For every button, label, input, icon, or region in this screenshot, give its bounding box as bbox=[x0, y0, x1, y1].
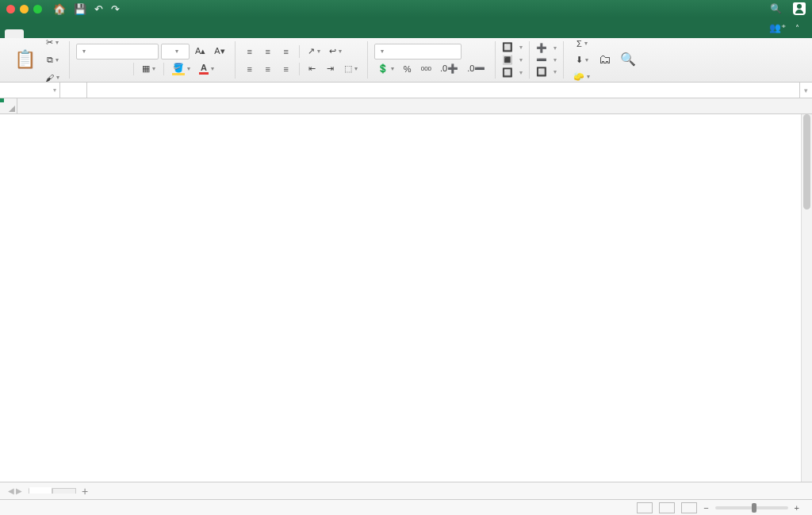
view-normal-button[interactable] bbox=[637, 502, 653, 513]
minimize-window-button[interactable] bbox=[20, 5, 29, 13]
tab-insert[interactable] bbox=[24, 30, 43, 38]
titlebar: 🏠 💾 ↶ ↷ 🔍 bbox=[0, 0, 812, 17]
sort-filter-button[interactable]: 🗂 bbox=[596, 50, 615, 71]
insert-cells-button[interactable]: ➕▾ bbox=[536, 43, 557, 53]
column-headers bbox=[17, 98, 812, 114]
merge-cells-button[interactable]: ⬚ bbox=[341, 61, 361, 77]
find-icon: 🔍 bbox=[620, 50, 636, 69]
align-right-button[interactable]: ≡ bbox=[278, 61, 294, 77]
percent-button[interactable]: % bbox=[400, 61, 416, 77]
format-cells-button[interactable]: 🔲▾ bbox=[536, 67, 557, 77]
sheet-tab-2[interactable] bbox=[52, 488, 76, 494]
cell-styles-icon: 🔲 bbox=[502, 67, 513, 79]
copy-button[interactable]: ⧉ bbox=[42, 52, 63, 68]
format-icon: 🔲 bbox=[536, 67, 547, 77]
zoom-slider-thumb[interactable] bbox=[752, 503, 756, 513]
borders-button[interactable]: ▦ bbox=[139, 61, 159, 77]
align-top-button[interactable]: ≡ bbox=[242, 44, 258, 60]
home-icon[interactable]: 🏠 bbox=[53, 3, 66, 15]
sort-filter-icon: 🗂 bbox=[599, 50, 611, 69]
font-size-select[interactable] bbox=[161, 44, 190, 60]
styles-group: 🔲▾ 🔳▾ 🔲▾ bbox=[496, 41, 530, 79]
redo-icon[interactable]: ↷ bbox=[111, 3, 120, 15]
select-all-corner[interactable] bbox=[0, 98, 17, 114]
zoom-in-button[interactable]: + bbox=[795, 503, 799, 513]
increase-decimal-button[interactable]: .0➕ bbox=[437, 61, 462, 77]
font-color-button[interactable]: A bbox=[196, 61, 217, 77]
italic-button[interactable] bbox=[94, 61, 110, 77]
share-button[interactable]: 👥⁺ ˄ bbox=[769, 17, 812, 38]
tab-data[interactable] bbox=[100, 30, 119, 38]
clipboard-icon: 📋 bbox=[14, 50, 36, 69]
number-format-select[interactable] bbox=[374, 44, 462, 60]
close-window-button[interactable] bbox=[6, 5, 15, 13]
increase-font-button[interactable]: A▴ bbox=[192, 44, 209, 60]
tab-formulas[interactable] bbox=[81, 30, 100, 38]
maximize-window-button[interactable] bbox=[33, 5, 42, 13]
spreadsheet-grid[interactable] bbox=[0, 98, 812, 507]
editing-group: Σ ⬇ 🧽 🗂 🔍 bbox=[564, 41, 645, 79]
vertical-scroll-thumb[interactable] bbox=[803, 114, 810, 209]
expand-formula-bar-button[interactable]: ▾ bbox=[799, 83, 812, 98]
view-page-break-button[interactable] bbox=[681, 502, 697, 513]
view-page-layout-button[interactable] bbox=[659, 502, 675, 513]
find-select-button[interactable]: 🔍 bbox=[617, 50, 639, 71]
tab-page-layout[interactable] bbox=[62, 30, 81, 38]
align-center-button[interactable]: ≡ bbox=[260, 61, 276, 77]
zoom-out-button[interactable]: − bbox=[703, 503, 708, 513]
cells-group: ➕▾ ➖▾ 🔲▾ bbox=[530, 41, 564, 79]
decrease-indent-button[interactable]: ⇤ bbox=[304, 61, 320, 77]
ribbon: 📋 ✂︎ ⧉ 🖌 A▴ A▾ ▦ 🪣 A bbox=[0, 38, 812, 83]
format-as-table-button[interactable]: 🔳▾ bbox=[502, 55, 523, 66]
font-name-select[interactable] bbox=[76, 44, 159, 60]
conditional-formatting-button[interactable]: 🔲▾ bbox=[502, 42, 523, 53]
undo-icon[interactable]: ↶ bbox=[94, 3, 103, 15]
search-icon: 🔍 bbox=[770, 3, 782, 14]
vertical-scrollbar[interactable] bbox=[801, 98, 812, 482]
alignment-group: ≡ ≡ ≡ ↗ ↩ ≡ ≡ ≡ ⇤ ⇥ ⬚ bbox=[236, 41, 368, 79]
sheet-nav: ◀ ▶ bbox=[8, 486, 22, 495]
add-sheet-button[interactable]: + bbox=[76, 485, 94, 498]
formula-input[interactable] bbox=[87, 83, 799, 98]
sheet-tab-1[interactable] bbox=[29, 487, 52, 494]
increase-indent-button[interactable]: ⇥ bbox=[323, 61, 339, 77]
orientation-button[interactable]: ↗ bbox=[304, 44, 324, 60]
delete-cells-button[interactable]: ➖▾ bbox=[536, 55, 557, 65]
align-middle-button[interactable]: ≡ bbox=[260, 44, 276, 60]
bold-button[interactable] bbox=[76, 61, 92, 77]
tab-home[interactable] bbox=[5, 29, 24, 38]
window-controls bbox=[6, 5, 42, 13]
comma-style-button[interactable]: 000 bbox=[418, 61, 435, 77]
tab-drawing[interactable] bbox=[43, 30, 62, 38]
fx-button[interactable] bbox=[60, 83, 87, 98]
decrease-font-button[interactable]: A▾ bbox=[211, 44, 228, 60]
table-icon: 🔳 bbox=[502, 55, 513, 66]
insert-icon: ➕ bbox=[536, 43, 547, 53]
wrap-text-button[interactable]: ↩ bbox=[326, 44, 345, 60]
underline-button[interactable] bbox=[113, 61, 128, 77]
sheet-nav-prev[interactable]: ◀ bbox=[8, 486, 14, 495]
font-group: A▴ A▾ ▦ 🪣 A bbox=[70, 41, 236, 79]
tab-view[interactable] bbox=[138, 30, 157, 38]
active-cell[interactable] bbox=[0, 98, 2, 100]
cell-styles-button[interactable]: 🔲▾ bbox=[502, 67, 523, 79]
collapse-ribbon-icon[interactable]: ˄ bbox=[795, 24, 799, 33]
user-avatar-icon[interactable] bbox=[793, 2, 806, 15]
paste-button[interactable]: 📋 bbox=[11, 50, 39, 71]
sheet-search[interactable]: 🔍 bbox=[770, 3, 785, 14]
save-icon[interactable]: 💾 bbox=[74, 3, 86, 15]
sheet-nav-next[interactable]: ▶ bbox=[16, 486, 22, 495]
name-box[interactable] bbox=[0, 83, 60, 98]
fill-color-button[interactable]: 🪣 bbox=[169, 61, 193, 77]
fill-button[interactable]: ⬇ bbox=[570, 52, 593, 68]
align-left-button[interactable]: ≡ bbox=[242, 61, 258, 77]
number-group: 💲 % 000 .0➕ .0➖ bbox=[368, 41, 496, 79]
align-bottom-button[interactable]: ≡ bbox=[278, 44, 294, 60]
tab-review[interactable] bbox=[119, 30, 138, 38]
currency-button[interactable]: 💲 bbox=[374, 61, 397, 77]
decrease-decimal-button[interactable]: .0➖ bbox=[464, 61, 488, 77]
zoom-slider[interactable] bbox=[715, 506, 788, 509]
status-bar: − + bbox=[0, 499, 812, 515]
quick-access-toolbar: 🏠 💾 ↶ ↷ bbox=[53, 3, 120, 15]
cells-area[interactable] bbox=[17, 114, 812, 507]
